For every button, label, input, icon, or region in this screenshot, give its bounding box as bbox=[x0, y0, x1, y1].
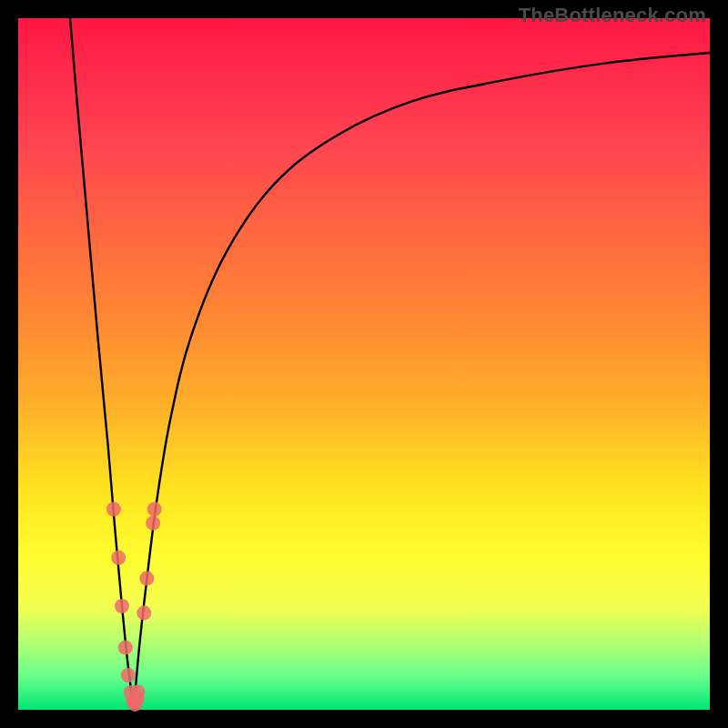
data-marker bbox=[106, 502, 121, 517]
data-marker bbox=[121, 668, 136, 682]
data-marker bbox=[111, 551, 126, 565]
data-marker bbox=[115, 599, 129, 613]
data-marker bbox=[139, 571, 154, 586]
data-marker bbox=[146, 516, 160, 531]
data-marker bbox=[118, 641, 133, 655]
chart-canvas bbox=[18, 18, 710, 710]
data-marker bbox=[147, 502, 162, 517]
data-marker bbox=[136, 606, 151, 621]
data-marker bbox=[130, 684, 145, 699]
curve-right bbox=[134, 53, 710, 710]
